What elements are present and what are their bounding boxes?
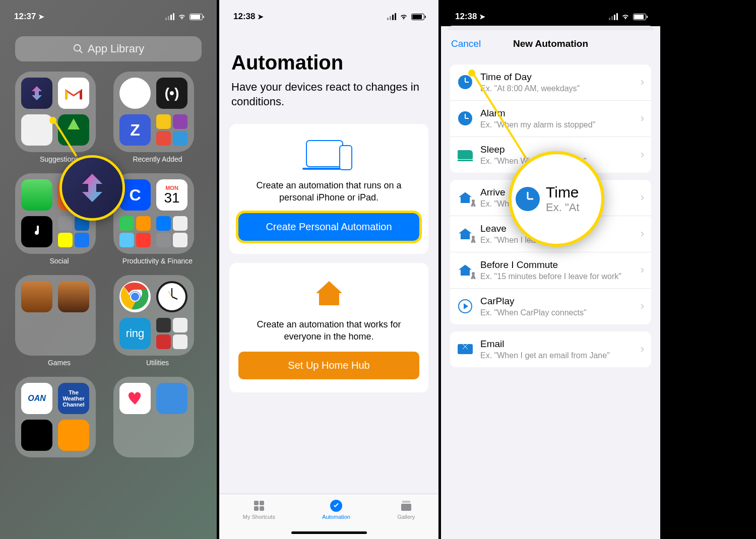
option-carplay[interactable]: CarPlayEx. "When CarPlay connects" › (450, 289, 651, 324)
card-text: Create an automation that runs on a pers… (238, 179, 419, 204)
tab-my-shortcuts[interactable]: My Shortcuts (243, 499, 275, 520)
status-time: 12:37 (14, 12, 36, 21)
chevron-right-icon: › (641, 76, 644, 89)
signal-icon (165, 13, 174, 20)
callout-origin-dot (468, 70, 475, 77)
clock-app-icon[interactable] (156, 281, 187, 312)
more-apps[interactable] (119, 216, 151, 247)
app-icon[interactable]: (•) (156, 78, 187, 109)
option-alarm[interactable]: AlarmEx. "When my alarm is stopped" › (450, 101, 651, 137)
folder-utilities[interactable]: ring Utilities (113, 275, 202, 367)
sheet-title: New Automation (513, 38, 588, 49)
status-bar: 12:37 ➤ (0, 0, 217, 26)
app-icon[interactable] (21, 420, 52, 451)
more-apps[interactable] (156, 114, 187, 146)
svg-rect-13 (254, 501, 259, 505)
more-apps[interactable] (156, 216, 187, 247)
tab-bar: My Shortcuts Automation Gallery (219, 494, 438, 539)
more-apps[interactable] (58, 216, 89, 247)
wifi-icon (621, 13, 630, 20)
folder-games[interactable]: Games (15, 275, 103, 367)
carplay-icon (458, 299, 472, 313)
tiktok-app-icon[interactable] (21, 216, 52, 247)
weather-app-icon[interactable]: The Weather Channel (58, 383, 89, 414)
ring-app-icon[interactable]: ring (119, 318, 151, 349)
svg-line-1 (79, 50, 82, 53)
app-icon[interactable] (58, 281, 89, 312)
chevron-right-icon: › (641, 191, 644, 204)
app-icon[interactable] (119, 78, 151, 109)
messages-app-icon[interactable] (21, 179, 52, 211)
chevron-right-icon: › (641, 227, 644, 240)
modal-sheet: Cancel New Automation Time of DayEx. "At… (441, 30, 660, 539)
svg-rect-18 (402, 501, 410, 503)
chevron-right-icon: › (641, 263, 644, 277)
svg-rect-15 (254, 506, 259, 511)
shortcuts-app-icon[interactable] (21, 78, 52, 109)
svg-rect-16 (260, 506, 264, 511)
app-icon[interactable] (58, 114, 89, 146)
chevron-right-icon: › (641, 343, 644, 356)
app-icon[interactable] (58, 420, 89, 451)
app-icon[interactable]: OAN (21, 383, 52, 414)
more-apps[interactable] (156, 318, 187, 349)
status-time: 12:38 (455, 12, 477, 21)
status-bar: 12:38 ➤ (219, 0, 438, 26)
health-app-icon[interactable] (119, 383, 151, 414)
svg-point-0 (74, 45, 80, 51)
app-icon[interactable]: Z (119, 114, 151, 146)
house-icon (459, 192, 472, 203)
cancel-button[interactable]: Cancel (451, 38, 481, 49)
battery-icon (190, 14, 203, 20)
folder-partial[interactable] (113, 377, 202, 457)
folder-productivity[interactable]: C MON31 Productivity & Finance (113, 173, 202, 265)
svg-rect-12 (340, 146, 352, 170)
gmail-app-icon[interactable] (58, 78, 89, 109)
bed-icon (458, 150, 473, 159)
chevron-right-icon: › (641, 148, 644, 161)
signal-icon (387, 13, 396, 20)
automation-screen: 12:38 ➤ Automation Have your devices rea… (219, 0, 438, 539)
callout-zoom-shortcuts (59, 155, 125, 221)
house-icon (459, 228, 472, 239)
new-automation-screen: 12:38 ➤ Cancel New Automation Time of Da… (441, 0, 660, 539)
folder-suggestions[interactable]: Suggestions (15, 72, 103, 163)
comm-group: EmailEx. "When I get an email from Jane"… (450, 331, 651, 367)
search-icon (73, 43, 84, 54)
devices-icon (238, 137, 419, 172)
option-email[interactable]: EmailEx. "When I get an email from Jane"… (450, 331, 651, 367)
svg-rect-10 (306, 141, 343, 167)
app-icon[interactable] (21, 281, 52, 312)
tab-gallery[interactable]: Gallery (397, 499, 415, 520)
svg-rect-19 (401, 504, 411, 511)
setup-home-hub-button[interactable]: Set Up Home Hub (238, 352, 419, 379)
clock-icon (458, 111, 472, 125)
status-bar: 12:38 ➤ (441, 0, 660, 26)
svg-rect-14 (260, 501, 264, 505)
house-icon (459, 264, 472, 276)
home-indicator[interactable] (291, 531, 367, 534)
app-library-screen: 12:37 ➤ App Library (0, 0, 217, 539)
folder-partial[interactable]: OAN The Weather Channel (15, 377, 103, 457)
app-icon[interactable] (156, 383, 187, 414)
page-subtitle: Have your devices react to changes in co… (219, 80, 438, 124)
create-personal-automation-button[interactable]: Create Personal Automation (238, 213, 419, 241)
card-text: Create an automation that works for ever… (238, 318, 419, 343)
home-automation-card: Create an automation that works for ever… (229, 263, 428, 393)
clock-icon (458, 75, 472, 89)
chrome-app-icon[interactable] (119, 281, 151, 312)
page-title: Automation (219, 26, 438, 80)
clock-icon (516, 187, 540, 211)
battery-icon (633, 14, 646, 20)
option-before-commute[interactable]: Before I CommuteEx. "15 minutes before I… (450, 252, 651, 289)
app-icon[interactable] (21, 114, 52, 146)
wifi-icon (399, 13, 408, 20)
calendar-app-icon[interactable]: MON31 (156, 179, 187, 211)
search-input[interactable]: App Library (15, 36, 202, 61)
personal-automation-card: Create an automation that runs on a pers… (229, 124, 428, 254)
grid-icon (253, 499, 266, 512)
tab-automation[interactable]: Automation (322, 499, 350, 520)
mail-icon (458, 344, 473, 354)
folder-recently-added[interactable]: (•) Z Recently Added (113, 72, 202, 163)
chevron-right-icon: › (641, 300, 644, 313)
